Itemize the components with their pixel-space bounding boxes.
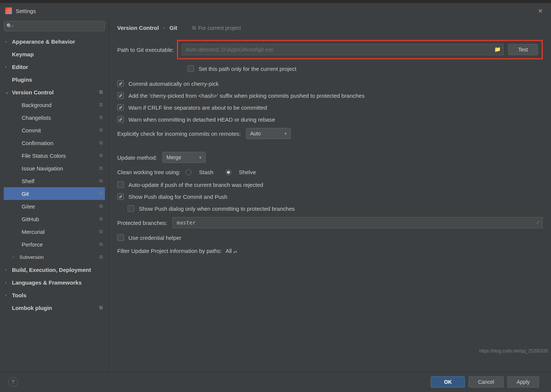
update-method-label: Update method: (117, 154, 157, 161)
sidebar-item-label: Languages & Frameworks (12, 279, 103, 286)
filter-value[interactable]: All ▴▾ (225, 248, 237, 254)
copy-icon: ⧉ (99, 115, 103, 120)
shelve-radio[interactable] (225, 169, 231, 175)
stash-label: Stash (199, 169, 213, 175)
chevron-down-icon: ▼ (284, 132, 287, 136)
expand-icon[interactable]: ⤢ (536, 220, 540, 225)
sidebar-item-build-execution-deployment[interactable]: ›Build, Execution, Deployment (4, 263, 105, 276)
copy-icon: ⧉ (99, 305, 103, 311)
stash-radio[interactable] (186, 169, 192, 175)
highlighted-area: 📁 Test (177, 40, 543, 59)
window-title: Settings (16, 8, 535, 14)
sidebar-item-label: Changelists (22, 115, 99, 121)
commit-cherry-label: Commit automatically on cherry-pick (128, 81, 219, 87)
copy-icon: ⧉ (99, 216, 103, 222)
show-push-protected-label: Show Push dialog only when committing to… (139, 206, 295, 212)
ok-button[interactable]: OK (431, 376, 465, 388)
protected-branches-input[interactable] (172, 217, 543, 228)
chevron-icon: › (13, 255, 18, 259)
sidebar-item-commit[interactable]: Commit⧉ (4, 124, 105, 137)
commit-cherry-checkbox[interactable] (117, 80, 124, 87)
title-bar: Settings ✕ (0, 3, 551, 19)
main-panel: Version Control › Git ⧉ For current proj… (109, 19, 551, 371)
warn-crlf-checkbox[interactable] (117, 104, 124, 111)
chevron-icon: › (5, 280, 10, 285)
sidebar-item-label: Background (22, 102, 99, 108)
auto-update-checkbox[interactable] (117, 181, 124, 188)
sidebar-item-github[interactable]: GitHub⧉ (4, 213, 105, 225)
folder-icon[interactable]: 📁 (494, 46, 501, 52)
sidebar-item-file-status-colors[interactable]: File Status Colors⧉ (4, 149, 105, 162)
show-push-checkbox[interactable] (117, 193, 124, 200)
sidebar-item-label: Commit (22, 127, 99, 134)
search-input[interactable] (4, 21, 105, 31)
path-label: Path to Git executable: (117, 47, 174, 53)
sidebar-item-label: Tools (12, 292, 103, 298)
copy-icon: ⧉ (99, 102, 103, 108)
copy-icon: ⧉ (99, 153, 103, 159)
sidebar-item-label: Git (22, 191, 99, 197)
test-button[interactable]: Test (508, 44, 538, 55)
sidebar-item-languages-frameworks[interactable]: ›Languages & Frameworks (4, 276, 105, 289)
app-icon (5, 7, 12, 14)
sidebar: 🔍 ▾ ›Appearance & BehaviorKeymap›EditorP… (0, 19, 109, 371)
copy-icon: ⧉ (99, 140, 103, 146)
sidebar-item-mercurial[interactable]: Mercurial⧉ (4, 225, 105, 238)
sidebar-item-shelf[interactable]: Shelf⧉ (4, 175, 105, 187)
sidebar-item-label: Perforce (22, 241, 99, 248)
apply-button[interactable]: Apply (507, 376, 539, 388)
sidebar-item-label: File Status Colors (22, 153, 99, 159)
watermark: https://blog.csdn.net/qq_25200335 (479, 348, 548, 354)
sidebar-item-gitee[interactable]: Gitee⧉ (4, 200, 105, 213)
sort-icon: ▴▾ (233, 250, 237, 254)
sidebar-item-version-control[interactable]: ⌄Version Control⧉ (4, 86, 105, 98)
sidebar-item-label: Lombok plugin (12, 305, 99, 311)
settings-tree: ›Appearance & BehaviorKeymap›EditorPlugi… (4, 35, 105, 368)
git-path-input[interactable] (182, 44, 504, 55)
sidebar-item-issue-navigation[interactable]: Issue Navigation⧉ (4, 162, 105, 175)
show-push-protected-checkbox[interactable] (128, 205, 134, 212)
help-button[interactable]: ? (8, 377, 18, 387)
chevron-icon: › (5, 39, 10, 44)
sidebar-item-appearance-behavior[interactable]: ›Appearance & Behavior (4, 35, 105, 48)
sidebar-item-plugins[interactable]: Plugins (4, 73, 105, 86)
footer: ? OK Cancel Apply (0, 371, 551, 392)
update-method-select[interactable]: Merge ▼ (162, 152, 206, 163)
sidebar-item-editor[interactable]: ›Editor (4, 60, 105, 73)
warn-detached-checkbox[interactable] (117, 116, 124, 123)
sidebar-item-label: Appearance & Behavior (12, 38, 103, 45)
close-icon[interactable]: ✕ (535, 6, 546, 16)
sidebar-item-background[interactable]: Background⧉ (4, 98, 105, 111)
copy-icon: ⧉ (99, 165, 103, 171)
sidebar-item-confirmation[interactable]: Confirmation⧉ (4, 137, 105, 149)
sidebar-item-subversion[interactable]: ›Subversion⧉ (4, 251, 105, 263)
chevron-icon: › (5, 65, 10, 69)
copy-icon: ⧉ (99, 89, 103, 95)
copy-icon: ⧉ (99, 203, 103, 209)
sidebar-item-perforce[interactable]: Perforce⧉ (4, 238, 105, 251)
copy-icon: ⧉ (99, 191, 103, 197)
search-dropdown-icon[interactable]: ▾ (12, 24, 13, 28)
breadcrumb: Version Control › Git ⧉ For current proj… (117, 25, 543, 31)
sidebar-item-keymap[interactable]: Keymap (4, 48, 105, 60)
shelve-label: Shelve (239, 169, 256, 175)
chevron-down-icon: ▼ (199, 156, 202, 160)
sidebar-item-tools[interactable]: ›Tools (4, 289, 105, 301)
breadcrumb-parent[interactable]: Version Control (117, 25, 159, 31)
use-credential-checkbox[interactable] (117, 234, 124, 241)
sidebar-item-label: Editor (12, 64, 103, 70)
warn-crlf-label: Warn if CRLF line separators are about t… (128, 104, 267, 111)
clean-tree-label: Clean working tree using: (117, 169, 180, 175)
for-current-project: ⧉ For current project (192, 25, 241, 31)
sidebar-item-changelists[interactable]: Changelists⧉ (4, 111, 105, 124)
sidebar-item-label: Confirmation (22, 140, 99, 146)
add-suffix-checkbox[interactable] (117, 92, 124, 99)
copy-icon: ⧉ (99, 178, 103, 184)
sidebar-item-lombok-plugin[interactable]: Lombok plugin⧉ (4, 301, 105, 314)
cancel-button[interactable]: Cancel (468, 376, 504, 388)
sidebar-item-label: Build, Execution, Deployment (12, 267, 103, 273)
sidebar-item-git[interactable]: Git⧉ (4, 187, 105, 200)
explicitly-select[interactable]: Auto ▼ (246, 128, 291, 139)
show-push-label: Show Push dialog for Commit and Push (128, 194, 227, 200)
set-path-only-checkbox[interactable] (187, 65, 194, 72)
